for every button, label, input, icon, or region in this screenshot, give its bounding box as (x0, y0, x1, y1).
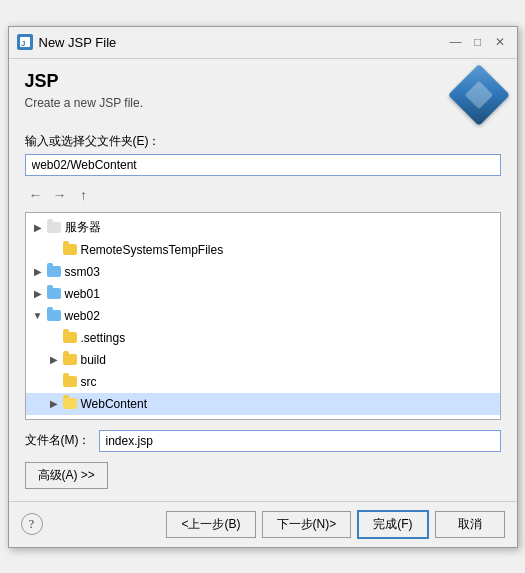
tree-label-webcontent: WebContent (81, 397, 148, 411)
toggle-web02[interactable]: ▼ (30, 310, 46, 321)
btn-left: ? (21, 513, 43, 535)
dialog-content: JSP Create a new JSP file. 输入或选择父文件夹(E)：… (9, 59, 517, 501)
button-bar: ? <上一步(B) 下一步(N)> 完成(F) 取消 (9, 501, 517, 547)
ssm03-folder-icon (46, 264, 62, 280)
maximize-button[interactable]: □ (469, 33, 487, 51)
tree-item-web02[interactable]: ▼ web02 (26, 305, 500, 327)
tree-label-ssm03: ssm03 (65, 265, 100, 279)
web01-folder-icon (46, 286, 62, 302)
filename-section: 文件名(M)： (25, 430, 501, 452)
folder-label: 输入或选择父文件夹(E)： (25, 133, 501, 150)
window-controls: — □ ✕ (447, 33, 509, 51)
tree-item-web01[interactable]: ▶ web01 (26, 283, 500, 305)
folder-tree[interactable]: ▶ 服务器 RemoteSystemsTempFiles ▶ (25, 212, 501, 420)
back-button[interactable]: <上一步(B) (166, 511, 255, 538)
tree-item-src[interactable]: src (26, 371, 500, 393)
advanced-button[interactable]: 高级(A) >> (25, 462, 108, 489)
window-icon: J (17, 34, 33, 50)
advanced-section: 高级(A) >> (25, 462, 501, 489)
nav-back-button[interactable]: ← (25, 184, 47, 206)
tree-label-settings: .settings (81, 331, 126, 345)
header-subtitle: Create a new JSP file. (25, 96, 453, 110)
src-folder-icon (62, 374, 78, 390)
close-button[interactable]: ✕ (491, 33, 509, 51)
cancel-button[interactable]: 取消 (435, 511, 505, 538)
server-folder-icon (46, 220, 62, 236)
nav-bar: ← → ↑ (25, 182, 501, 208)
tree-label-src: src (81, 375, 97, 389)
nav-forward-button[interactable]: → (49, 184, 71, 206)
tree-label-web01: web01 (65, 287, 100, 301)
web02-folder-icon (46, 308, 62, 324)
tree-label-web02: web02 (65, 309, 100, 323)
tree-item-webcontent[interactable]: ▶ WebContent (26, 393, 500, 415)
remote-folder-icon (62, 242, 78, 258)
nav-up-button[interactable]: ↑ (73, 184, 95, 206)
next-button[interactable]: 下一步(N)> (262, 511, 352, 538)
window-title: New JSP File (39, 35, 441, 50)
help-button[interactable]: ? (21, 513, 43, 535)
filename-label: 文件名(M)： (25, 432, 91, 449)
tree-item-remotesystems[interactable]: RemoteSystemsTempFiles (26, 239, 500, 261)
btn-right: <上一步(B) 下一步(N)> 完成(F) 取消 (166, 510, 504, 539)
tree-item-settings[interactable]: .settings (26, 327, 500, 349)
toggle-webcontent[interactable]: ▶ (46, 398, 62, 409)
folder-path-input[interactable] (25, 154, 501, 176)
header-section: JSP Create a new JSP file. (25, 71, 501, 119)
header-title: JSP (25, 71, 453, 92)
tree-label-servers: 服务器 (65, 219, 101, 236)
title-bar: J New JSP File — □ ✕ (9, 27, 517, 59)
toggle-ssm03[interactable]: ▶ (30, 266, 46, 277)
tree-label-remotesystems: RemoteSystemsTempFiles (81, 243, 224, 257)
svg-text:J: J (21, 39, 25, 48)
build-folder-icon (62, 352, 78, 368)
tree-item-ssm03[interactable]: ▶ ssm03 (26, 261, 500, 283)
toggle-servers[interactable]: ▶ (30, 222, 46, 233)
tree-item-build[interactable]: ▶ build (26, 349, 500, 371)
minimize-button[interactable]: — (447, 33, 465, 51)
toggle-build[interactable]: ▶ (46, 354, 62, 365)
toggle-web01[interactable]: ▶ (30, 288, 46, 299)
finish-button[interactable]: 完成(F) (357, 510, 428, 539)
tree-label-build: build (81, 353, 106, 367)
settings-folder-icon (62, 330, 78, 346)
filename-input[interactable] (99, 430, 501, 452)
jsp-diamond-icon (453, 71, 501, 119)
webcontent-folder-icon (62, 396, 78, 412)
tree-item-servers[interactable]: ▶ 服务器 (26, 217, 500, 239)
header-text: JSP Create a new JSP file. (25, 71, 453, 110)
dialog-window: J New JSP File — □ ✕ JSP Create a new JS… (8, 26, 518, 548)
